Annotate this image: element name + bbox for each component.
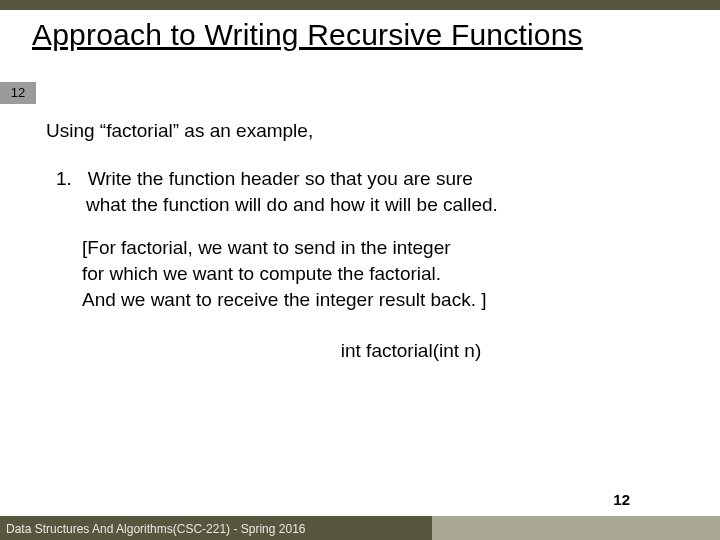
- top-accent-bar: [0, 0, 720, 10]
- step-number: 1.: [56, 168, 72, 189]
- intro-text: Using “factorial” as an example,: [46, 120, 656, 142]
- slide: Approach to Writing Recursive Functions …: [0, 0, 720, 540]
- slide-content: Using “factorial” as an example, 1. Writ…: [46, 120, 656, 362]
- slide-title: Approach to Writing Recursive Functions: [32, 18, 583, 52]
- explain-line3: And we want to receive the integer resul…: [82, 287, 656, 313]
- page-badge: 12: [0, 82, 36, 104]
- footer-bar-light: [432, 516, 720, 540]
- step-1: 1. Write the function header so that you…: [56, 166, 656, 217]
- step-line2: what the function will do and how it wil…: [86, 192, 656, 218]
- footer-text: Data Structures And Algorithms(CSC-221) …: [6, 522, 305, 536]
- step-line1: Write the function header so that you ar…: [88, 168, 473, 189]
- explanation-block: [For factorial, we want to send in the i…: [82, 235, 656, 312]
- page-number: 12: [613, 491, 630, 508]
- code-signature: int factorial(int n): [166, 340, 656, 362]
- explain-line1: [For factorial, we want to send in the i…: [82, 235, 656, 261]
- explain-line2: for which we want to compute the factori…: [82, 261, 656, 287]
